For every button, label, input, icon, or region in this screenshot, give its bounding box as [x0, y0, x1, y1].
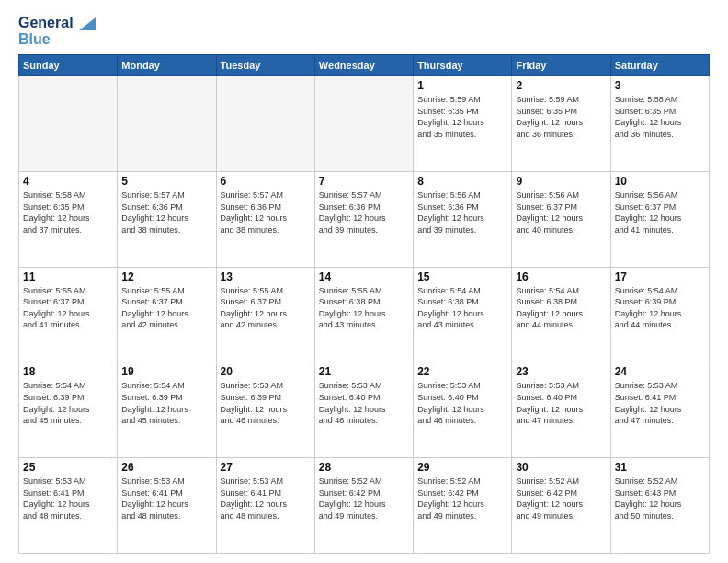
day-info: Sunrise: 5:58 AMSunset: 6:35 PMDaylight:… — [615, 94, 705, 140]
day-number: 15 — [417, 270, 507, 283]
day-info: Sunrise: 5:53 AMSunset: 6:41 PMDaylight:… — [615, 380, 705, 426]
calendar-cell: 20Sunrise: 5:53 AMSunset: 6:39 PMDayligh… — [216, 362, 314, 458]
logo: General Blue — [18, 15, 96, 47]
day-number: 14 — [319, 270, 409, 283]
day-info: Sunrise: 5:54 AMSunset: 6:39 PMDaylight:… — [615, 285, 705, 331]
weekday-header-friday: Friday — [512, 55, 610, 76]
day-info: Sunrise: 5:59 AMSunset: 6:35 PMDaylight:… — [516, 94, 606, 140]
calendar-cell: 25Sunrise: 5:53 AMSunset: 6:41 PMDayligh… — [19, 458, 118, 554]
day-info: Sunrise: 5:56 AMSunset: 6:36 PMDaylight:… — [417, 190, 507, 236]
day-number: 6 — [221, 175, 311, 188]
day-info: Sunrise: 5:54 AMSunset: 6:39 PMDaylight:… — [121, 380, 211, 426]
calendar-cell: 13Sunrise: 5:55 AMSunset: 6:37 PMDayligh… — [216, 267, 314, 362]
day-number: 5 — [121, 175, 211, 188]
day-info: Sunrise: 5:53 AMSunset: 6:41 PMDaylight:… — [121, 476, 211, 522]
weekday-header-saturday: Saturday — [610, 55, 709, 76]
day-info: Sunrise: 5:52 AMSunset: 6:42 PMDaylight:… — [417, 476, 507, 522]
day-info: Sunrise: 5:52 AMSunset: 6:43 PMDaylight:… — [615, 476, 705, 522]
day-info: Sunrise: 5:54 AMSunset: 6:38 PMDaylight:… — [516, 285, 606, 331]
calendar-cell: 5Sunrise: 5:57 AMSunset: 6:36 PMDaylight… — [118, 171, 216, 267]
calendar-cell: 9Sunrise: 5:56 AMSunset: 6:37 PMDaylight… — [512, 171, 610, 267]
day-number: 26 — [121, 461, 211, 474]
calendar-cell: 1Sunrise: 5:59 AMSunset: 6:35 PMDaylight… — [414, 76, 512, 172]
header: General Blue — [18, 15, 710, 47]
calendar-cell: 15Sunrise: 5:54 AMSunset: 6:38 PMDayligh… — [414, 267, 512, 362]
day-number: 25 — [23, 461, 113, 474]
calendar-cell: 31Sunrise: 5:52 AMSunset: 6:43 PMDayligh… — [610, 458, 709, 554]
calendar-cell: 18Sunrise: 5:54 AMSunset: 6:39 PMDayligh… — [19, 362, 118, 458]
day-number: 1 — [417, 79, 507, 92]
day-number: 30 — [516, 461, 606, 474]
weekday-header-monday: Monday — [118, 55, 216, 76]
calendar-cell: 21Sunrise: 5:53 AMSunset: 6:40 PMDayligh… — [314, 362, 413, 458]
calendar-cell: 6Sunrise: 5:57 AMSunset: 6:36 PMDaylight… — [216, 171, 314, 267]
calendar-cell: 4Sunrise: 5:58 AMSunset: 6:35 PMDaylight… — [19, 171, 118, 267]
day-info: Sunrise: 5:55 AMSunset: 6:37 PMDaylight:… — [121, 285, 211, 331]
day-info: Sunrise: 5:53 AMSunset: 6:40 PMDaylight:… — [417, 380, 507, 426]
calendar-cell: 8Sunrise: 5:56 AMSunset: 6:36 PMDaylight… — [414, 171, 512, 267]
calendar-cell: 11Sunrise: 5:55 AMSunset: 6:37 PMDayligh… — [19, 267, 118, 362]
day-info: Sunrise: 5:56 AMSunset: 6:37 PMDaylight:… — [516, 190, 606, 236]
day-number: 18 — [23, 365, 113, 378]
day-number: 2 — [516, 79, 606, 92]
day-info: Sunrise: 5:52 AMSunset: 6:42 PMDaylight:… — [319, 476, 409, 522]
calendar-cell: 29Sunrise: 5:52 AMSunset: 6:42 PMDayligh… — [414, 458, 512, 554]
weekday-header-thursday: Thursday — [414, 55, 512, 76]
calendar-cell: 26Sunrise: 5:53 AMSunset: 6:41 PMDayligh… — [118, 458, 216, 554]
week-row-5: 25Sunrise: 5:53 AMSunset: 6:41 PMDayligh… — [19, 458, 710, 554]
day-info: Sunrise: 5:54 AMSunset: 6:38 PMDaylight:… — [417, 285, 507, 331]
calendar-cell: 16Sunrise: 5:54 AMSunset: 6:38 PMDayligh… — [512, 267, 610, 362]
day-info: Sunrise: 5:57 AMSunset: 6:36 PMDaylight:… — [121, 190, 211, 236]
day-number: 12 — [121, 270, 211, 283]
weekday-header-sunday: Sunday — [19, 55, 118, 76]
day-info: Sunrise: 5:53 AMSunset: 6:41 PMDaylight:… — [23, 476, 113, 522]
weekday-header-wednesday: Wednesday — [314, 55, 413, 76]
week-row-1: 1Sunrise: 5:59 AMSunset: 6:35 PMDaylight… — [19, 76, 710, 172]
day-number: 10 — [615, 175, 705, 188]
logo-wing-icon — [79, 17, 96, 30]
day-number: 11 — [23, 270, 113, 283]
calendar-cell: 12Sunrise: 5:55 AMSunset: 6:37 PMDayligh… — [118, 267, 216, 362]
logo-text: General Blue — [18, 15, 96, 47]
week-row-4: 18Sunrise: 5:54 AMSunset: 6:39 PMDayligh… — [19, 362, 710, 458]
weekday-header-tuesday: Tuesday — [216, 55, 314, 76]
calendar-cell: 3Sunrise: 5:58 AMSunset: 6:35 PMDaylight… — [610, 76, 709, 172]
calendar-cell — [216, 76, 314, 172]
calendar-cell: 28Sunrise: 5:52 AMSunset: 6:42 PMDayligh… — [314, 458, 413, 554]
weekday-header-row: SundayMondayTuesdayWednesdayThursdayFrid… — [19, 55, 710, 76]
calendar-body: 1Sunrise: 5:59 AMSunset: 6:35 PMDaylight… — [19, 76, 710, 554]
calendar-cell — [314, 76, 413, 172]
day-info: Sunrise: 5:53 AMSunset: 6:39 PMDaylight:… — [221, 380, 311, 426]
calendar-cell: 2Sunrise: 5:59 AMSunset: 6:35 PMDaylight… — [512, 76, 610, 172]
calendar-table: SundayMondayTuesdayWednesdayThursdayFrid… — [18, 54, 710, 554]
day-info: Sunrise: 5:53 AMSunset: 6:40 PMDaylight:… — [319, 380, 409, 426]
day-number: 16 — [516, 270, 606, 283]
day-info: Sunrise: 5:54 AMSunset: 6:39 PMDaylight:… — [23, 380, 113, 426]
day-number: 21 — [319, 365, 409, 378]
day-number: 29 — [417, 461, 507, 474]
day-info: Sunrise: 5:55 AMSunset: 6:37 PMDaylight:… — [221, 285, 311, 331]
week-row-2: 4Sunrise: 5:58 AMSunset: 6:35 PMDaylight… — [19, 171, 710, 267]
day-info: Sunrise: 5:53 AMSunset: 6:40 PMDaylight:… — [516, 380, 606, 426]
svg-marker-0 — [79, 17, 96, 30]
calendar-cell: 24Sunrise: 5:53 AMSunset: 6:41 PMDayligh… — [610, 362, 709, 458]
day-info: Sunrise: 5:55 AMSunset: 6:37 PMDaylight:… — [23, 285, 113, 331]
page: General Blue SundayMondayTuesdayWednesda… — [0, 0, 728, 563]
calendar-cell: 17Sunrise: 5:54 AMSunset: 6:39 PMDayligh… — [610, 267, 709, 362]
day-info: Sunrise: 5:57 AMSunset: 6:36 PMDaylight:… — [221, 190, 311, 236]
day-info: Sunrise: 5:55 AMSunset: 6:38 PMDaylight:… — [319, 285, 409, 331]
day-number: 31 — [615, 461, 705, 474]
day-number: 28 — [319, 461, 409, 474]
calendar-cell: 10Sunrise: 5:56 AMSunset: 6:37 PMDayligh… — [610, 171, 709, 267]
day-number: 27 — [221, 461, 311, 474]
day-number: 8 — [417, 175, 507, 188]
day-number: 9 — [516, 175, 606, 188]
calendar-cell: 30Sunrise: 5:52 AMSunset: 6:42 PMDayligh… — [512, 458, 610, 554]
calendar-cell: 23Sunrise: 5:53 AMSunset: 6:40 PMDayligh… — [512, 362, 610, 458]
day-info: Sunrise: 5:57 AMSunset: 6:36 PMDaylight:… — [319, 190, 409, 236]
day-info: Sunrise: 5:53 AMSunset: 6:41 PMDaylight:… — [221, 476, 311, 522]
day-info: Sunrise: 5:52 AMSunset: 6:42 PMDaylight:… — [516, 476, 606, 522]
calendar-cell — [19, 76, 118, 172]
day-info: Sunrise: 5:58 AMSunset: 6:35 PMDaylight:… — [23, 190, 113, 236]
calendar-cell: 27Sunrise: 5:53 AMSunset: 6:41 PMDayligh… — [216, 458, 314, 554]
